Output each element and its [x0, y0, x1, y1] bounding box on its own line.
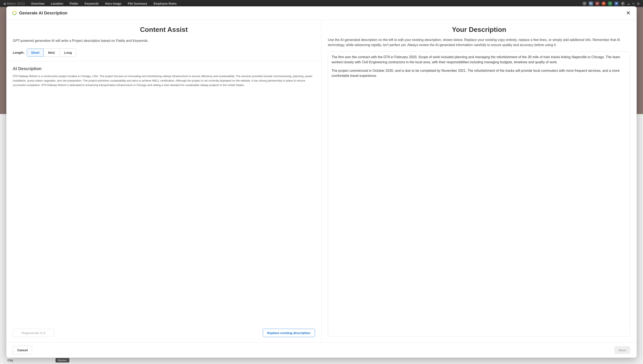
content-assist-heading: Content Assist — [13, 26, 315, 34]
city-label: City — [8, 359, 13, 362]
tab-employee-roles[interactable]: Employee Roles — [154, 2, 177, 5]
ai-description-title: AI Description — [13, 66, 315, 71]
left-footer: Regenerate in 5 Replace existing descrip… — [6, 329, 321, 342]
word-icon[interactable]: W — [614, 2, 618, 6]
tab-keywords[interactable]: Keywords — [85, 2, 99, 5]
description-textarea[interactable]: The firm won the contract with the DTA i… — [328, 52, 630, 336]
ai-description-text: DTA Railway Refurb is a construction pro… — [13, 74, 315, 87]
length-label: Length: — [13, 51, 25, 54]
regenerate-button: Regenerate in 5 — [13, 329, 54, 337]
top-bar-icons: ✓ Ps Id P X W C ☁ ⊘ 🗑 — [582, 2, 640, 6]
your-description-heading: Your Description — [328, 26, 630, 34]
modal-body: Content Assist GPT-powered generative AI… — [6, 20, 637, 342]
circle-c-icon[interactable]: C — [621, 2, 625, 6]
nav-tabs: Overview Location Fields Keywords Hero I… — [31, 2, 177, 5]
excel-icon[interactable]: X — [608, 2, 612, 6]
tab-hero-image[interactable]: Hero Image — [105, 2, 121, 5]
background-city-row: City Boston — [0, 356, 643, 364]
return-arrow-icon: ◀ — [3, 2, 6, 5]
right-panel: Your Description Use the AI-generated de… — [321, 20, 637, 342]
check-icon[interactable]: ✓ — [582, 2, 587, 6]
content-assist-header: Content Assist GPT-powered generative AI… — [6, 20, 321, 61]
trash-icon[interactable]: 🗑 — [637, 2, 640, 5]
left-panel: Content Assist GPT-powered generative AI… — [6, 20, 321, 342]
length-med-button[interactable]: Med. — [44, 49, 60, 56]
close-icon[interactable]: ✕ — [626, 10, 631, 16]
tab-overview[interactable]: Overview — [31, 2, 45, 5]
ai-description-section: AI Description DTA Railway Refurb is a c… — [6, 61, 321, 329]
your-description-instructions: Use the AI-generated description on the … — [328, 38, 630, 48]
return-link[interactable]: ◀ Return (3/12) — [3, 2, 25, 5]
length-row: Length: Short Med. Long — [13, 48, 315, 57]
powerpoint-icon[interactable]: P — [601, 2, 606, 6]
modal-footer: Cancel Save — [6, 342, 637, 358]
top-bar: ◀ Return (3/12) Overview Location Fields… — [0, 0, 643, 7]
length-long-button[interactable]: Long — [60, 49, 76, 56]
modal-header: Generate AI Description ✕ — [6, 6, 637, 20]
ban-icon[interactable]: ⊘ — [632, 2, 635, 5]
description-paragraph-1: The firm won the contract with the DTA i… — [331, 54, 627, 65]
save-button: Save — [614, 346, 630, 354]
description-paragraph-2: The project commenced in October 2020, a… — [331, 68, 627, 78]
app-logo-icon — [12, 11, 17, 15]
modal-title: Generate AI Description — [19, 10, 67, 16]
return-label: Return — [7, 2, 16, 5]
modal: Generate AI Description ✕ Content Assist… — [6, 6, 637, 358]
photoshop-icon[interactable]: Ps — [589, 2, 593, 6]
tab-fields[interactable]: Fields — [70, 2, 78, 5]
length-segmented-control: Short Med. Long — [27, 48, 76, 57]
city-tag: Boston — [56, 358, 69, 362]
length-short-button[interactable]: Short — [27, 49, 44, 56]
cloud-upload-icon[interactable]: ☁ — [627, 2, 630, 5]
indesign-icon[interactable]: Id — [595, 2, 599, 6]
return-count: (3/12) — [17, 2, 25, 5]
cancel-button[interactable]: Cancel — [13, 346, 32, 354]
replace-description-button[interactable]: Replace existing description — [263, 329, 315, 337]
tab-location[interactable]: Location — [51, 2, 63, 5]
tab-file-summary[interactable]: File Summary — [128, 2, 147, 5]
content-assist-subtext: GPT-powered generative AI will write a P… — [13, 38, 315, 43]
